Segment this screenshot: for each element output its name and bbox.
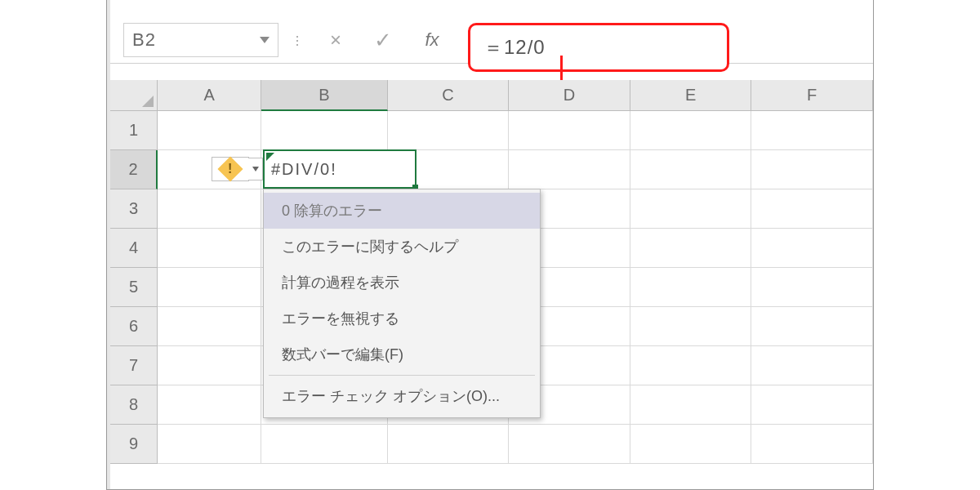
- cell[interactable]: [158, 346, 261, 385]
- row-header[interactable]: 7: [110, 346, 158, 385]
- active-cell-value: #DIV/0!: [271, 160, 337, 179]
- cell[interactable]: [630, 229, 752, 268]
- column-header[interactable]: D: [509, 80, 630, 111]
- app-frame: B2 × ✓ fx ＝12/0 1 0 で数字を割っている ABCDEF 123…: [106, 0, 874, 490]
- cell[interactable]: [509, 150, 630, 189]
- cell[interactable]: [388, 425, 510, 464]
- row-headers: 123456789: [110, 111, 158, 489]
- cell[interactable]: [630, 111, 752, 150]
- error-smart-tag[interactable]: !: [212, 157, 249, 181]
- cell[interactable]: [751, 346, 873, 385]
- menu-separator: [269, 375, 535, 376]
- error-triangle-icon: [266, 153, 274, 161]
- row-header[interactable]: 4: [110, 229, 158, 268]
- column-header[interactable]: F: [751, 80, 873, 111]
- column-header[interactable]: E: [630, 80, 752, 111]
- cancel-icon[interactable]: ×: [316, 23, 355, 57]
- cell[interactable]: [751, 111, 873, 150]
- enter-icon[interactable]: ✓: [363, 23, 403, 57]
- cell[interactable]: [158, 425, 261, 464]
- smart-tag-dropdown-button[interactable]: [248, 158, 263, 180]
- cell[interactable]: [509, 111, 630, 150]
- cell[interactable]: [261, 425, 387, 464]
- warning-icon: !: [217, 156, 243, 181]
- worksheet-grid: ABCDEF 123456789 #DIV/0! ! 0 除算のエラー このエラ…: [110, 80, 873, 489]
- active-cell[interactable]: #DIV/0!: [263, 149, 416, 189]
- name-box[interactable]: B2: [123, 23, 278, 57]
- chevron-down-icon[interactable]: [260, 37, 270, 43]
- row-header[interactable]: 5: [110, 268, 158, 307]
- column-header[interactable]: C: [388, 80, 510, 111]
- cell[interactable]: [158, 307, 261, 346]
- cell[interactable]: [751, 229, 873, 268]
- row-header[interactable]: 6: [110, 307, 158, 346]
- cell[interactable]: [630, 385, 752, 425]
- column-headers: ABCDEF: [158, 80, 873, 111]
- cell[interactable]: [158, 268, 261, 307]
- cell[interactable]: [751, 425, 873, 464]
- error-menu-item[interactable]: 計算の過程を表示: [264, 265, 540, 301]
- select-all-corner[interactable]: [110, 80, 158, 111]
- cell[interactable]: [261, 111, 387, 150]
- cell[interactable]: [158, 189, 261, 229]
- cell[interactable]: [630, 268, 752, 307]
- formula-bar-input[interactable]: ＝12/0: [468, 23, 729, 72]
- row-header[interactable]: 1: [110, 111, 158, 150]
- column-header[interactable]: B: [261, 80, 387, 111]
- cell[interactable]: [751, 189, 873, 229]
- cell[interactable]: [751, 150, 873, 189]
- cell[interactable]: [158, 229, 261, 268]
- error-menu-item[interactable]: このエラーに関するヘルプ: [264, 229, 540, 265]
- cell[interactable]: [630, 307, 752, 346]
- cell[interactable]: [158, 111, 261, 150]
- cell[interactable]: [630, 189, 752, 229]
- cell[interactable]: [751, 385, 873, 425]
- formula-toolbar: B2 × ✓ fx ＝12/0: [110, 18, 873, 64]
- row-header[interactable]: 2: [110, 150, 158, 189]
- formula-text: ＝12/0: [483, 34, 546, 60]
- cell[interactable]: [158, 385, 261, 425]
- cell[interactable]: [630, 425, 752, 464]
- fx-icon[interactable]: fx: [411, 23, 453, 57]
- row-header[interactable]: 8: [110, 385, 158, 425]
- error-menu-item[interactable]: エラー チェック オプション(O)...: [264, 378, 540, 414]
- cell[interactable]: [630, 346, 752, 385]
- cell[interactable]: [630, 150, 752, 189]
- cell[interactable]: [509, 425, 630, 464]
- name-box-value: B2: [132, 29, 156, 51]
- error-menu-item[interactable]: エラーを無視する: [264, 301, 540, 336]
- cell[interactable]: [751, 268, 873, 307]
- column-header[interactable]: A: [158, 80, 261, 111]
- cell[interactable]: [751, 307, 873, 346]
- toolbar-grip: [293, 21, 301, 60]
- row-header[interactable]: 3: [110, 189, 158, 229]
- cell[interactable]: [388, 111, 510, 150]
- error-menu-item[interactable]: 数式バーで編集(F): [264, 336, 540, 372]
- row-header[interactable]: 9: [110, 425, 158, 464]
- error-menu-title: 0 除算のエラー: [264, 193, 540, 229]
- error-menu: 0 除算のエラー このエラーに関するヘルプ 計算の過程を表示 エラーを無視する …: [263, 189, 541, 418]
